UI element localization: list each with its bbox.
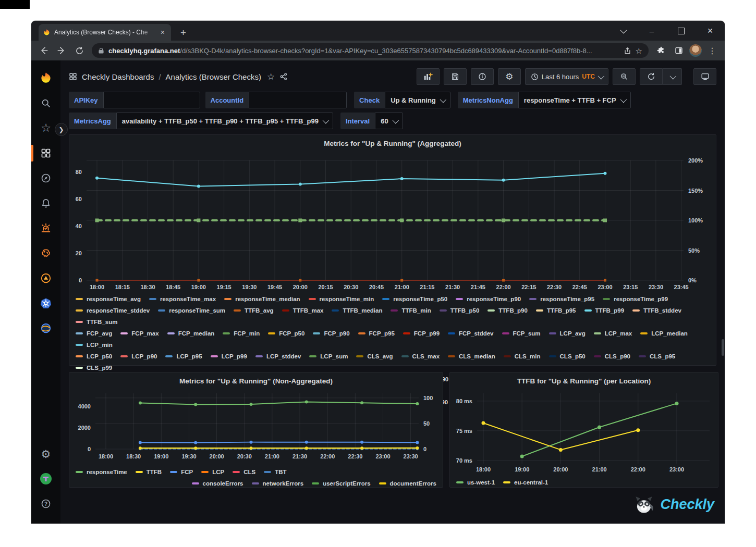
legend-item-LCP_min[interactable]: LCP_min [76, 339, 113, 351]
legend-item-LCP_p90[interactable]: LCP_p90 [120, 351, 157, 362]
legend-item-CLS_p95[interactable]: CLS_p95 [639, 351, 675, 362]
legend-item-TTFB_stddev[interactable]: TTFB_stddev [632, 305, 681, 316]
panel-title[interactable]: TTFB for "Up & Running" (per Location) [450, 372, 718, 387]
share-icon[interactable] [624, 47, 631, 55]
explore-compass-icon[interactable] [31, 166, 60, 191]
close-button[interactable]: × [696, 21, 725, 41]
bookmark-star-icon[interactable]: ☆ [636, 47, 642, 55]
legend-item-LCP_sum[interactable]: LCP_sum [309, 351, 348, 362]
add-panel-button[interactable] [417, 68, 440, 85]
legend-item-FCP_median[interactable]: FCP_median [167, 328, 215, 339]
extensions-puzzle-icon[interactable] [654, 43, 668, 58]
minimize-button[interactable]: – [637, 21, 666, 41]
search-icon[interactable] [31, 91, 60, 116]
legend-item-TTFB_max[interactable]: TTFB_max [282, 305, 324, 316]
profile-avatar[interactable] [689, 44, 702, 57]
refresh-interval-chevron[interactable] [663, 68, 682, 85]
synthetic-monitoring-globe-icon[interactable] [31, 316, 60, 341]
legend-item-FCP_p90[interactable]: FCP_p90 [313, 328, 349, 339]
window-menu-chevron-icon[interactable] [608, 21, 637, 41]
dashboards-icon[interactable] [31, 141, 60, 166]
metricsnonagg-select[interactable]: responseTime + TTFB + FCP [518, 92, 631, 108]
save-dashboard-button[interactable] [444, 68, 467, 85]
legend-item-CLS_max[interactable]: CLS_max [401, 351, 440, 362]
legend-item-responseTime_p95[interactable]: responseTime_p95 [529, 293, 594, 305]
breadcrumb-root[interactable]: Checkly Dashboards [82, 72, 154, 81]
legend-item-FCP_avg[interactable]: FCP_avg [76, 328, 112, 339]
legend-item-responseTime_p50[interactable]: responseTime_p50 [382, 293, 447, 305]
back-icon[interactable] [36, 43, 51, 58]
legend-item-TTFB_avg[interactable]: TTFB_avg [234, 305, 274, 316]
chart-canvas-ttfb-location[interactable]: 18:0019:0020:0021:0022:0023:0070 ms75 ms… [450, 388, 718, 476]
maximize-button[interactable] [666, 21, 696, 41]
zoom-out-button[interactable] [613, 68, 636, 85]
legend-item-responseTime_p90[interactable]: responseTime_p90 [456, 293, 521, 305]
legend-item-LCP_avg[interactable]: LCP_avg [549, 328, 586, 339]
address-bar[interactable]: checklyhq.grafana.net/d/s3BKQ-D4k/analyt… [92, 43, 649, 58]
legend-item-eu-central-1[interactable]: eu-central-1 [503, 477, 548, 488]
tab-close-icon[interactable]: × [158, 28, 167, 36]
time-range-picker[interactable]: Last 6 hours UTC [525, 68, 608, 85]
legend-item-TTFB_p90[interactable]: TTFB_p90 [487, 305, 528, 316]
new-tab-button[interactable]: + [176, 27, 190, 39]
legend-item-CLS_p50[interactable]: CLS_p50 [549, 351, 586, 362]
legend-item-LCP_median[interactable]: LCP_median [640, 328, 688, 339]
side-panel-icon[interactable] [672, 43, 686, 58]
dashboard-info-button[interactable] [471, 68, 494, 85]
legend-item-TTFB_p95[interactable]: TTFB_p95 [536, 305, 576, 316]
legend-item-TTFB[interactable]: TTFB [136, 466, 162, 478]
scrollbar-thumb[interactable] [722, 339, 724, 356]
legend-item-TTFB_sum[interactable]: TTFB_sum [76, 316, 117, 328]
legend-item-LCP_max[interactable]: LCP_max [594, 328, 632, 339]
legend-item-FCP_p50[interactable]: FCP_p50 [268, 328, 304, 339]
browser-menu-kebab-icon[interactable]: ⋮ [705, 46, 720, 56]
legend-item-documentErrors[interactable]: documentErrors [379, 478, 436, 489]
legend-item-TTFB_median[interactable]: TTFB_median [332, 305, 382, 316]
legend-item-FCP_min[interactable]: FCP_min [223, 328, 260, 339]
legend-item-FCP_max[interactable]: FCP_max [120, 328, 158, 339]
legend-item-CLS_avg[interactable]: CLS_avg [356, 351, 393, 362]
refresh-button[interactable] [640, 68, 663, 85]
legend-item-TTFB_p99[interactable]: TTFB_p99 [584, 305, 625, 316]
legend-item-LCP_p99[interactable]: LCP_p99 [211, 351, 247, 362]
legend-item-responseTime_max[interactable]: responseTime_max [149, 293, 216, 305]
legend-item-FCP_stddev[interactable]: FCP_stddev [448, 328, 493, 339]
legend-item-LCP[interactable]: LCP [201, 466, 224, 478]
accountid-input[interactable] [249, 92, 347, 108]
apikey-input[interactable] [103, 92, 200, 108]
incidents-siren-icon[interactable] [31, 216, 60, 241]
sidebar-expand-button[interactable]: ❯ [55, 123, 68, 136]
browser-tab[interactable]: Analytics (Browser Checks) - Che × [39, 24, 171, 41]
legend-item-CLS_median[interactable]: CLS_median [448, 351, 495, 362]
legend-item-CLS_p90[interactable]: CLS_p90 [594, 351, 630, 362]
chart-canvas-non-aggregated[interactable]: 18:0018:3019:0019:3020:0020:3021:0021:30… [70, 388, 442, 465]
legend-item-responseTime_median[interactable]: responseTime_median [224, 293, 300, 305]
alerting-bell-icon[interactable] [31, 191, 60, 216]
dashboard-settings-button[interactable]: ⚙ [498, 68, 521, 85]
breadcrumb-page[interactable]: Analytics (Browser Checks) [166, 72, 261, 81]
grafana-logo[interactable] [31, 66, 60, 91]
user-avatar[interactable] [31, 466, 60, 491]
check-select[interactable]: Up & Running [385, 92, 450, 108]
share-dashboard-icon[interactable] [279, 72, 288, 81]
legend-item-responseTime_stddev[interactable]: responseTime_stddev [76, 305, 150, 316]
legend-item-TBT[interactable]: TBT [264, 466, 286, 478]
interval-select[interactable]: 60 [375, 113, 403, 129]
legend-item-us-west-1[interactable]: us-west-1 [456, 477, 495, 488]
settings-gear-icon[interactable]: ⚙ [31, 441, 60, 466]
legend-item-CLS_min[interactable]: CLS_min [504, 351, 541, 362]
legend-item-responseTime_sum[interactable]: responseTime_sum [158, 305, 225, 316]
legend-item-FCP_p99[interactable]: FCP_p99 [403, 328, 440, 339]
legend-item-FCP_sum[interactable]: FCP_sum [502, 328, 541, 339]
legend-item-userScriptErrors[interactable]: userScriptErrors [312, 478, 370, 489]
legend-item-LCP_p50[interactable]: LCP_p50 [76, 351, 112, 362]
forward-icon[interactable] [54, 43, 69, 58]
legend-item-FCP_p95[interactable]: FCP_p95 [358, 328, 395, 339]
legend-item-LCP_p95[interactable]: LCP_p95 [165, 351, 202, 362]
legend-item-TTFB_p50[interactable]: TTFB_p50 [440, 305, 480, 316]
panel-title[interactable]: Metrics for "Up & Running" (Aggregated) [69, 135, 716, 150]
legend-item-responseTime_min[interactable]: responseTime_min [309, 293, 374, 305]
machine-learning-brain-icon[interactable] [31, 241, 60, 266]
favorite-star-icon[interactable]: ☆ [267, 72, 275, 81]
legend-item-responseTime_avg[interactable]: responseTime_avg [76, 293, 141, 305]
